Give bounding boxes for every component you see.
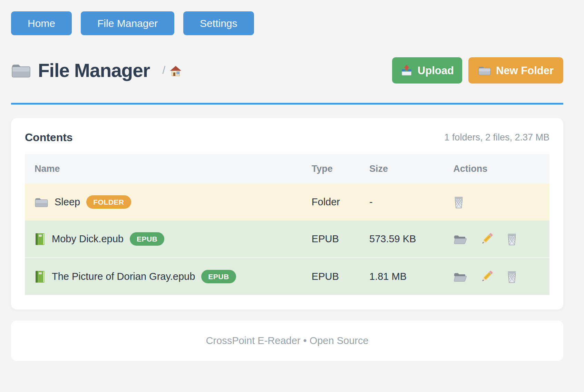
trash-icon[interactable] <box>453 196 464 209</box>
column-header-type: Type <box>308 154 366 184</box>
contents-card-header: Contents 1 folders, 2 files, 2.37 MB <box>25 131 549 144</box>
size-cell: - <box>366 184 450 220</box>
book-icon <box>35 270 46 283</box>
open-folder-icon[interactable] <box>453 271 467 282</box>
page-container: Home File Manager Settings File Manager … <box>11 0 563 361</box>
column-header-size: Size <box>366 154 450 184</box>
contents-heading: Contents <box>25 131 73 144</box>
folder-icon <box>35 197 48 208</box>
new-folder-button[interactable]: New Folder <box>468 57 563 84</box>
nav-file-manager-button[interactable]: File Manager <box>81 11 174 35</box>
new-folder-button-label: New Folder <box>496 65 554 76</box>
epub-badge: EPUB <box>201 270 236 283</box>
trash-icon[interactable] <box>506 270 517 283</box>
upload-button-label: Upload <box>418 65 454 76</box>
file-name: The Picture of Dorian Gray.epub <box>52 271 195 282</box>
table-row: Sleep FOLDER Folder - <box>25 184 549 220</box>
type-cell: EPUB <box>308 220 366 258</box>
page-title: File Manager <box>38 59 150 81</box>
breadcrumb: / <box>162 64 182 77</box>
footer-card: CrossPoint E-Reader • Open Source <box>11 321 563 361</box>
book-icon <box>35 233 46 246</box>
folder-icon <box>11 62 31 79</box>
pencil-icon[interactable] <box>480 233 493 246</box>
house-icon[interactable] <box>169 65 182 77</box>
trash-icon[interactable] <box>506 233 517 246</box>
contents-card: Contents 1 folders, 2 files, 2.37 MB Nam… <box>11 118 563 310</box>
pencil-icon[interactable] <box>480 270 493 283</box>
accent-divider <box>11 103 563 105</box>
upload-tray-icon <box>400 65 413 76</box>
contents-summary: 1 folders, 2 files, 2.37 MB <box>444 132 549 143</box>
files-table: Name Type Size Actions <box>25 154 549 295</box>
file-name: Moby Dick.epub <box>52 233 124 245</box>
open-folder-icon[interactable] <box>453 234 467 245</box>
breadcrumb-separator: / <box>162 64 165 77</box>
upload-button[interactable]: Upload <box>392 57 462 84</box>
size-cell: 573.59 KB <box>366 220 450 258</box>
type-cell: Folder <box>308 184 366 220</box>
nav-settings-button[interactable]: Settings <box>183 11 254 35</box>
title-group: File Manager / <box>11 59 182 81</box>
nav-home-button[interactable]: Home <box>11 11 72 35</box>
folder-badge: FOLDER <box>86 195 131 209</box>
column-header-actions: Actions <box>450 154 549 184</box>
folder-icon <box>478 65 491 76</box>
type-cell: EPUB <box>308 258 366 295</box>
nav-bar: Home File Manager Settings <box>11 0 563 35</box>
footer-text: CrossPoint E-Reader • Open Source <box>206 335 368 346</box>
folder-name-link[interactable]: Sleep <box>55 196 80 208</box>
size-cell: 1.81 MB <box>366 258 450 295</box>
files-table-header: Name Type Size Actions <box>25 154 549 184</box>
table-row: Moby Dick.epub EPUB EPUB 573.59 KB <box>25 220 549 258</box>
epub-badge: EPUB <box>130 232 164 246</box>
page-header: File Manager / <box>11 57 563 84</box>
header-actions: Upload New Folder <box>392 57 563 84</box>
column-header-name: Name <box>25 154 308 184</box>
table-row: The Picture of Dorian Gray.epub EPUB EPU… <box>25 258 549 295</box>
